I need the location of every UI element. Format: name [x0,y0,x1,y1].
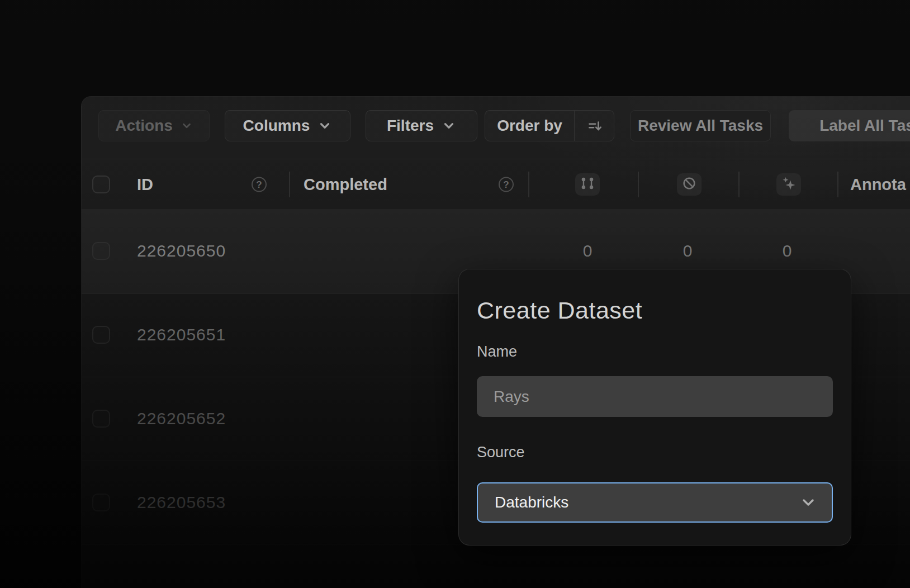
dataset-name-input[interactable] [477,376,833,417]
name-label: Name [477,344,517,359]
create-dataset-modal: Create Dataset Name Source Databricks [458,269,851,546]
screen: Actions Columns Filters Order by [0,0,910,588]
chevron-down-icon [799,494,817,511]
source-label: Source [477,445,525,460]
modal-title: Create Dataset [477,298,642,323]
source-select-value: Databricks [478,494,568,511]
source-select[interactable]: Databricks [477,482,833,523]
